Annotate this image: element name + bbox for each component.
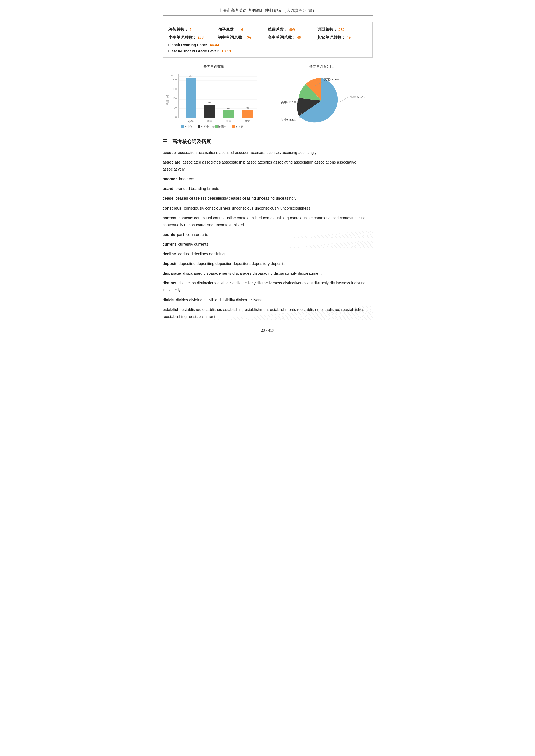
- svg-text:数量（个）: 数量（个）: [166, 91, 169, 105]
- word-group-14: establishestablished establishes establi…: [163, 306, 373, 320]
- svg-text:100: 100: [173, 97, 177, 100]
- svg-rect-28: [215, 125, 218, 127]
- word-group-1: associateassociated associates associate…: [163, 159, 373, 173]
- word-main-4: cease: [163, 196, 173, 201]
- svg-text:其它: 12.0%: 其它: 12.0%: [324, 78, 339, 81]
- word-variants-2: boomers: [179, 177, 194, 181]
- word-main-8: current: [163, 242, 176, 246]
- svg-text:● 小学: ● 小学: [185, 125, 193, 128]
- word-group-3: brandbranded branding brands: [163, 185, 373, 192]
- svg-text:50: 50: [174, 106, 177, 109]
- page-footer: 23 / 417: [163, 328, 373, 333]
- word-variants-8: currently currents: [178, 242, 208, 246]
- svg-text:初中: 18.6%: 初中: 18.6%: [281, 118, 296, 122]
- stat-word: 单词总数：409: [268, 27, 318, 32]
- word-main-2: boomer: [163, 177, 177, 181]
- word-main-10: deposit: [163, 261, 177, 266]
- svg-text:200: 200: [173, 78, 177, 81]
- word-variants-14: established establishes establishing est…: [163, 308, 365, 319]
- word-main-7: counterpart: [163, 232, 184, 237]
- stat-primary: 小字单词总数：238: [168, 35, 218, 40]
- word-variants-13: divides dividing divisible divisibility …: [176, 298, 262, 302]
- word-main-5: conscious: [163, 206, 182, 210]
- bar-chart-container: 各类单词数量 0 50 100 150 200 250 数量（个） 238: [163, 64, 265, 130]
- word-group-9: declinedeclined declines declining: [163, 251, 373, 257]
- word-group-13: dividedivides dividing divisible divisib…: [163, 296, 373, 304]
- stat-wordtype: 词型总数：232: [317, 27, 367, 32]
- stat-high: 高中单词总数：46: [268, 35, 318, 40]
- stat-other: 其它单词总数：49: [317, 35, 367, 40]
- svg-rect-30: [232, 125, 235, 127]
- svg-line-33: [340, 97, 348, 102]
- svg-text:0: 0: [175, 116, 177, 119]
- word-group-2: boomerboomers: [163, 176, 373, 182]
- bar-chuzhong: [204, 105, 215, 118]
- page-header: 上海市高考英语 考纲词汇 冲刺专练 （选词填空 30 篇）: [163, 8, 373, 15]
- svg-text:高中: 高中: [226, 120, 231, 123]
- stats-box: 段落总数：7 句子总数：16 单词总数：409 词型总数：232 小字单词总数：…: [163, 22, 373, 58]
- page-number: 23 / 417: [261, 328, 274, 333]
- word-variants-6: contexts contextual contextualise contex…: [163, 216, 366, 227]
- svg-text:46: 46: [227, 107, 230, 110]
- svg-text:小学: 小学: [188, 120, 194, 123]
- word-group-5: consciousconsciously consciousness uncon…: [163, 205, 373, 212]
- svg-text:● 初中: ● 初中: [201, 125, 209, 128]
- word-variants-12: distinction distinctions distinctive dis…: [163, 281, 366, 292]
- header-title: 上海市高考英语 考纲词汇 冲刺专练 （选词填空 30 篇）: [219, 8, 317, 13]
- svg-rect-26: [198, 125, 200, 127]
- bar-chart-svg: 0 50 100 150 200 250 数量（个） 238 小学 76 初中: [165, 71, 262, 130]
- word-group-0: accuseaccusation accusations accused acc…: [163, 149, 373, 156]
- word-group-12: distinctdistinction distinctions distinc…: [163, 280, 373, 293]
- word-main-14: establish: [163, 308, 180, 312]
- word-variants-9: declined declines declining: [178, 252, 225, 256]
- word-variants-5: consciously consciousness unconscious un…: [184, 206, 310, 210]
- flesch-ease-row: Flesch Reading Ease: 46.44: [168, 43, 367, 47]
- word-main-0: accuse: [163, 150, 176, 155]
- word-group-8: currentcurrently currents: [163, 241, 373, 248]
- word-variants-3: branded branding brands: [176, 186, 219, 191]
- word-group-6: contextcontexts contextual contextualise…: [163, 214, 373, 229]
- stats-row-1: 段落总数：7 句子总数：16 单词总数：409 词型总数：232: [168, 27, 367, 32]
- word-main-12: distinct: [163, 281, 177, 285]
- word-variants-7: counterparts: [186, 232, 208, 237]
- word-variants-11: disparaged disparagements disparages dis…: [183, 271, 322, 276]
- word-main-11: disparage: [163, 271, 181, 276]
- charts-row: 各类单词数量 0 50 100 150 200 250 数量（个） 238: [163, 64, 373, 130]
- section3-title: 三、高考核心词及拓展: [163, 138, 373, 145]
- word-group-10: depositdeposited depositing depositor de…: [163, 260, 373, 267]
- word-main-9: decline: [163, 252, 176, 256]
- stat-paragraph: 段落总数：7: [168, 27, 218, 32]
- flesch-grade-row: Flesch-Kincaid Grade Level: 13.13: [168, 49, 367, 54]
- bar-xiaoxue: [185, 78, 196, 118]
- word-group-7: counterpartcounterparts: [163, 231, 373, 238]
- bar-gaozhong: [223, 110, 234, 118]
- pie-chart-svg: 小学: 58.2% 初中: 18.6% 高中: 11.2% 其它: 12.0%: [273, 71, 370, 130]
- word-main-6: context: [163, 216, 177, 220]
- pie-chart-title: 各类单词百分比: [309, 64, 334, 69]
- svg-text:76: 76: [209, 102, 211, 105]
- word-main-1: associate: [163, 160, 181, 164]
- stats-row-2: 小字单词总数：238 初中单词总数：76 高中单词总数：46 其它单词总数：49: [168, 35, 367, 40]
- bar-chart-title: 各类单词数量: [203, 64, 224, 69]
- word-group-4: ceaseceased ceaseless ceaselessly ceases…: [163, 195, 373, 202]
- stat-middle: 初中单词总数：76: [218, 35, 268, 40]
- svg-text:● 高中: ● 高中: [219, 125, 227, 128]
- word-main-3: brand: [163, 186, 173, 191]
- svg-text:其它: 其它: [245, 120, 250, 123]
- bar-other: [242, 110, 253, 118]
- svg-text:高中: 11.2%: 高中: 11.2%: [281, 101, 296, 104]
- word-variants-4: ceased ceaseless ceaselessly ceases ceas…: [176, 196, 296, 201]
- word-group-11: disparagedisparaged disparagements dispa…: [163, 270, 373, 277]
- svg-text:● 其它: ● 其它: [236, 125, 243, 128]
- word-variants-1: associated associates associateship asso…: [163, 160, 356, 171]
- svg-text:250: 250: [169, 74, 173, 77]
- word-groups-container: accuseaccusation accusations accused acc…: [163, 149, 373, 320]
- word-main-13: divide: [163, 298, 174, 302]
- word-variants-10: deposited depositing depositor depositor…: [179, 261, 285, 266]
- svg-text:初中: 初中: [207, 120, 212, 123]
- svg-rect-24: [182, 125, 184, 127]
- svg-text:238: 238: [189, 74, 193, 77]
- pie-chart-container: 各类单词百分比 小学: 58.2% 初中: 18.6% 高中: 11: [270, 64, 373, 130]
- stat-sentence: 句子总数：16: [218, 27, 268, 32]
- svg-text:49: 49: [246, 106, 249, 109]
